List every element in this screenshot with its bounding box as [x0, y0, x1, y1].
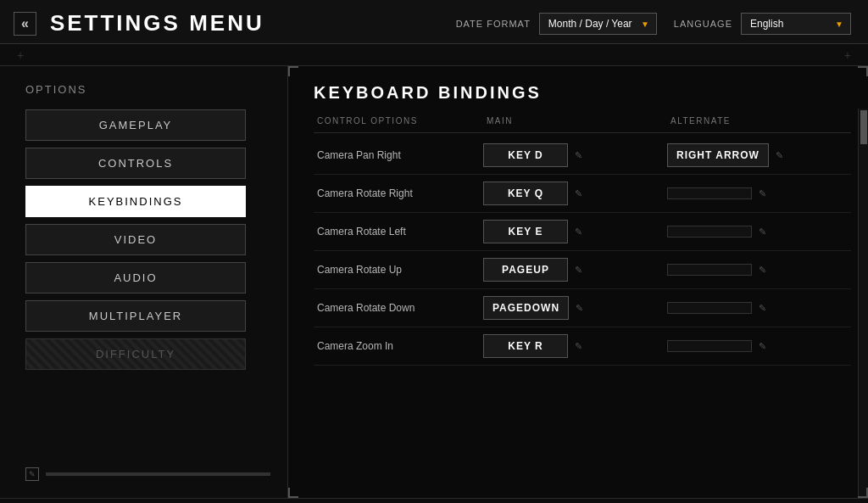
date-format-select[interactable]: Month / Day / Year Day / Month / Year Ye… — [539, 13, 657, 35]
alt-key-btn-2[interactable] — [667, 226, 752, 238]
sidebar-item-multiplayer[interactable]: MULTIPLAYER — [25, 300, 246, 332]
main-key-btn-2[interactable]: KEY E — [483, 220, 568, 243]
table-row: Camera Rotate Left KEY E ✎ ✎ — [314, 213, 851, 251]
sidebar-bottom: ✎ — [25, 459, 270, 489]
col-alternate: ALTERNATE — [667, 116, 851, 126]
language-field: LANGUAGE English French Spanish — [674, 13, 851, 35]
content-panel: KEYBOARD BINDINGS CONTROL OPTIONS MAIN A… — [288, 66, 868, 498]
alt-edit-icon-5[interactable]: ✎ — [759, 341, 766, 352]
alt-key-cell-2: ✎ — [667, 226, 851, 238]
main-key-cell-2: KEY E ✎ — [483, 220, 667, 243]
bracket-top-right — [858, 66, 868, 76]
alt-key-cell-5: ✎ — [667, 340, 851, 352]
language-select-wrapper: English French Spanish — [741, 13, 851, 35]
binding-name-1: Camera Rotate Right — [314, 187, 483, 199]
sidebar-item-difficulty: DIFFICULTY — [25, 338, 246, 370]
header: « SETTINGS MENU DATE FORMAT Month / Day … — [0, 0, 868, 44]
binding-name-2: Camera Rotate Left — [314, 226, 483, 238]
main-edit-icon-0[interactable]: ✎ — [575, 150, 582, 161]
progress-bar — [46, 472, 270, 476]
bracket-top-left — [288, 66, 298, 76]
alt-edit-icon-1[interactable]: ✎ — [759, 188, 766, 199]
binding-name-0: Camera Pan Right — [314, 149, 483, 161]
main-key-btn-3[interactable]: PAGEUP — [483, 258, 568, 282]
page-title: SETTINGS MENU — [50, 10, 264, 36]
sidebar-item-keybindings[interactable]: KEYBINDINGS — [25, 186, 246, 217]
alt-edit-icon-0[interactable]: ✎ — [776, 150, 783, 161]
alt-key-cell-0: RIGHT ARROW ✎ — [667, 143, 851, 167]
date-format-label: DATE FORMAT — [456, 19, 531, 29]
back-button[interactable]: « — [14, 12, 36, 36]
main-key-cell-5: KEY R ✎ — [483, 334, 667, 358]
col-main: MAIN — [483, 116, 667, 126]
sidebar: OPTIONS GAMEPLAY CONTROLS KEYBINDINGS VI… — [0, 66, 288, 498]
main-key-cell-3: PAGEUP ✎ — [483, 258, 667, 282]
alt-key-btn-1[interactable] — [667, 187, 752, 199]
top-decoration-border — [0, 44, 868, 66]
bracket-bottom-left — [288, 488, 298, 498]
main-content: OPTIONS GAMEPLAY CONTROLS KEYBINDINGS VI… — [0, 66, 868, 498]
table-row: Camera Rotate Up PAGEUP ✎ ✎ — [314, 251, 851, 289]
header-controls: DATE FORMAT Month / Day / Year Day / Mon… — [456, 13, 851, 35]
table-row: Camera Zoom In KEY R ✎ ✎ — [314, 327, 851, 366]
main-key-cell-1: KEY Q ✎ — [483, 182, 667, 205]
scrollbar-track[interactable] — [858, 109, 868, 498]
main-key-btn-5[interactable]: KEY R — [483, 334, 568, 358]
sidebar-item-video[interactable]: VIDEO — [25, 224, 246, 255]
bindings-table: CONTROL OPTIONS MAIN ALTERNATE Camera Pa… — [314, 116, 851, 498]
table-header: CONTROL OPTIONS MAIN ALTERNATE — [314, 116, 851, 133]
main-key-btn-1[interactable]: KEY Q — [483, 182, 568, 205]
alt-key-cell-1: ✎ — [667, 187, 851, 199]
binding-name-4: Camera Rotate Down — [314, 302, 483, 314]
language-select[interactable]: English French Spanish — [741, 13, 851, 35]
scrollbar-thumb[interactable] — [860, 110, 867, 144]
col-control-options: CONTROL OPTIONS — [314, 116, 483, 126]
bottom-bar: ? REVERT SAVE — [0, 498, 868, 503]
binding-name-3: Camera Rotate Up — [314, 264, 483, 276]
sidebar-item-audio[interactable]: AUDIO — [25, 262, 246, 293]
bracket-bottom-right — [858, 488, 868, 498]
alt-key-btn-4[interactable] — [667, 302, 752, 314]
main-edit-icon-4[interactable]: ✎ — [576, 303, 583, 314]
main-edit-icon-3[interactable]: ✎ — [575, 265, 582, 276]
main-key-btn-4[interactable]: PAGEDOWN — [483, 296, 569, 320]
alt-key-btn-5[interactable] — [667, 340, 752, 352]
sidebar-item-controls[interactable]: CONTROLS — [25, 148, 246, 179]
edit-icon-row: ✎ — [25, 467, 270, 481]
edit-icon: ✎ — [25, 467, 39, 481]
main-key-cell-4: PAGEDOWN ✎ — [483, 296, 667, 320]
content-title: KEYBOARD BINDINGS — [314, 83, 851, 103]
main-edit-icon-1[interactable]: ✎ — [575, 188, 582, 199]
date-format-field: DATE FORMAT Month / Day / Year Day / Mon… — [456, 13, 657, 35]
table-row: Camera Rotate Right KEY Q ✎ ✎ — [314, 175, 851, 213]
table-row: Camera Rotate Down PAGEDOWN ✎ ✎ — [314, 289, 851, 327]
alt-edit-icon-2[interactable]: ✎ — [759, 226, 766, 238]
main-edit-icon-5[interactable]: ✎ — [575, 341, 582, 352]
table-row: Camera Pan Right KEY D ✎ RIGHT ARROW ✎ — [314, 137, 851, 175]
date-format-select-wrapper: Month / Day / Year Day / Month / Year Ye… — [539, 13, 657, 35]
alt-edit-icon-4[interactable]: ✎ — [759, 303, 766, 314]
alt-key-btn-0[interactable]: RIGHT ARROW — [667, 143, 769, 167]
sidebar-item-gameplay[interactable]: GAMEPLAY — [25, 109, 246, 141]
language-label: LANGUAGE — [674, 19, 732, 29]
alt-edit-icon-3[interactable]: ✎ — [759, 265, 766, 276]
main-key-btn-0[interactable]: KEY D — [483, 143, 568, 167]
options-label: OPTIONS — [25, 83, 270, 96]
binding-name-5: Camera Zoom In — [314, 340, 483, 352]
main-edit-icon-2[interactable]: ✎ — [575, 226, 582, 238]
main-key-cell-0: KEY D ✎ — [483, 143, 667, 167]
alt-key-cell-4: ✎ — [667, 302, 851, 314]
alt-key-cell-3: ✎ — [667, 264, 851, 276]
alt-key-btn-3[interactable] — [667, 264, 752, 276]
